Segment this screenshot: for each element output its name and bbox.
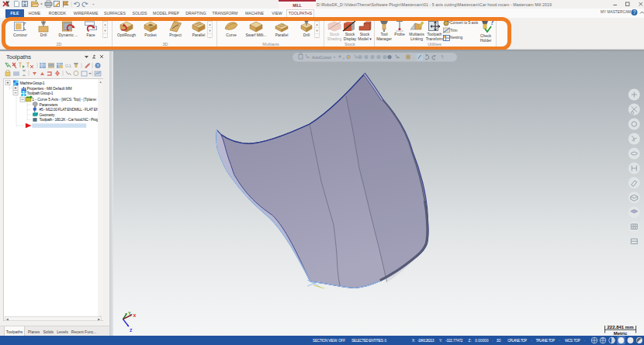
- svg-text:3D: 3D: [497, 339, 502, 343]
- svg-text:?: ?: [633, 9, 636, 15]
- svg-text:ROBODK: ROBODK: [49, 11, 67, 16]
- svg-text:DRAFTING: DRAFTING: [185, 11, 206, 16]
- svg-text:·: ·: [413, 55, 414, 60]
- svg-text:Toolpath Group-1: Toolpath Group-1: [27, 91, 54, 95]
- svg-text:X:: X:: [412, 339, 415, 343]
- svg-text:AutoCursor: AutoCursor: [312, 55, 332, 60]
- svg-text:Metric: Metric: [614, 331, 628, 336]
- svg-text:TRANSFORM: TRANSFORM: [213, 11, 238, 16]
- svg-text:·: ·: [492, 339, 493, 343]
- svg-text:Z:: Z:: [469, 339, 472, 343]
- svg-text:-1843.26213: -1843.26213: [417, 339, 435, 343]
- svg-text:Properties - Mill Default MM: Properties - Mill Default MM: [27, 86, 72, 91]
- svg-text:HOME: HOME: [29, 11, 41, 16]
- svg-text:·: ·: [584, 339, 586, 343]
- svg-text:Machine Group-1: Machine Group-1: [20, 81, 45, 85]
- svg-text:-322.77472: -322.77472: [445, 339, 463, 343]
- svg-text:Parameters: Parameters: [40, 102, 59, 107]
- svg-text:Y: Y: [128, 311, 131, 316]
- svg-text:SECTION VIEW: OFF: SECTION VIEW: OFF: [313, 339, 345, 343]
- svg-text:·: ·: [401, 55, 403, 60]
- svg-text:222.841 mm: 222.841 mm: [607, 325, 633, 329]
- svg-text:SOLIDS: SOLIDS: [132, 11, 147, 16]
- svg-text:G1: G1: [65, 64, 72, 68]
- svg-text:WCS: TOP: WCS: TOP: [565, 339, 580, 343]
- svg-text:TPLANE: TOP: TPLANE: TOP: [535, 339, 555, 343]
- svg-text:MODEL PREP: MODEL PREP: [153, 11, 179, 16]
- svg-text:1 - Curve 5 Axis - [WCS: Top]: 1 - Curve 5 Axis - [WCS: Top] - [Tplane:…: [32, 97, 98, 102]
- svg-text:#5 - M12.00 FLAT ENDMILL - FLA: #5 - M12.00 FLAT ENDMILL - FLAT END: [40, 107, 98, 112]
- svg-text:?: ?: [96, 64, 99, 68]
- svg-text:Geometry: Geometry: [40, 112, 56, 117]
- svg-text:Y:: Y:: [439, 339, 442, 343]
- svg-text:CPLANE: TOP: CPLANE: TOP: [507, 339, 527, 343]
- svg-text:Toolpath - 160.2K - Car hood.N: Toolpath - 160.2K - Car hood.NC - Prog: [40, 117, 98, 122]
- svg-text:WIREFRAME: WIREFRAME: [74, 11, 99, 16]
- svg-text:·: ·: [559, 339, 561, 343]
- svg-text:Z: Z: [130, 328, 133, 333]
- svg-text:TOOLPATHS: TOOLPATHS: [289, 11, 313, 16]
- svg-text:0.00000: 0.00000: [475, 339, 489, 343]
- svg-text:X: X: [133, 313, 137, 318]
- svg-text:MACHINE: MACHINE: [245, 11, 264, 16]
- svg-text:VIEW: VIEW: [272, 11, 282, 16]
- svg-text:·: ·: [531, 339, 533, 343]
- svg-text:SELECTED ENTITIES: 0: SELECTED ENTITIES: 0: [351, 339, 386, 343]
- svg-text:SURFACES: SURFACES: [104, 11, 126, 16]
